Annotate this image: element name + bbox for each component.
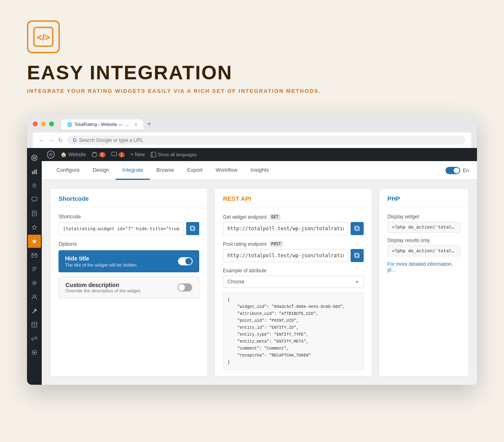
hide-title-toggle[interactable] (178, 257, 193, 265)
shortcode-input[interactable] (59, 222, 184, 235)
shortcode-panel-title: Shortcode (50, 188, 207, 207)
page-subtitle: INTEGRATE YOUR RATING WIDGETS EASILY VIA… (27, 88, 477, 94)
example-label: Example of attribute (223, 268, 364, 274)
close-button[interactable] (33, 121, 38, 126)
updates-count: 6 (99, 152, 106, 157)
hide-title-content: Hide title The title of the widget will … (65, 255, 137, 267)
svg-rect-6 (36, 169, 37, 174)
tab-insights[interactable]: Insights (244, 161, 275, 180)
tab-configure[interactable]: Configure (50, 161, 86, 180)
sidebar-icon-rocket[interactable] (28, 179, 41, 192)
sidebar: W (27, 148, 42, 385)
languages-label: Show all languages (158, 152, 197, 157)
copy-icon (354, 226, 360, 231)
wp-new-button[interactable]: + New (130, 152, 144, 157)
custom-desc-content: Custom description Override the descript… (65, 282, 141, 293)
tab-title: TotalRating ‹ Website — WordP... (74, 122, 130, 127)
sidebar-icon-table[interactable] (28, 318, 41, 331)
post-endpoint-label: Post rating endpoint POST (223, 241, 364, 247)
get-url-copy-button[interactable] (351, 222, 364, 235)
post-method-badge: POST (269, 241, 283, 247)
svg-rect-28 (151, 152, 156, 157)
wp-comments[interactable]: 1 (111, 152, 125, 157)
svg-text:</>: </> (37, 32, 50, 43)
maximize-button[interactable] (49, 121, 54, 126)
sidebar-icon-mail[interactable] (28, 249, 41, 262)
get-endpoint-row: Get widget endpoint GET (223, 214, 364, 235)
updates-icon (92, 152, 97, 157)
browser-chrome: 🌐 TotalRating ‹ Website — WordP... ✕ + ←… (27, 114, 477, 148)
sidebar-icon-settings[interactable] (28, 276, 41, 289)
sidebar-icon-play[interactable] (28, 346, 41, 359)
shortcode-label: Shortcode (59, 214, 199, 220)
minimize-button[interactable] (41, 121, 46, 126)
display-results-code: <?php do_action('totalrating/disp (387, 245, 460, 256)
logo-icon: </> (27, 20, 60, 53)
svg-rect-35 (355, 253, 358, 257)
wp-adminbar: W 🏠 Website 6 1 + New (42, 148, 477, 161)
browser-addressbar: ← → ↻ G Search Google or type a URL (33, 132, 471, 148)
sidebar-icon-feedback[interactable] (28, 221, 41, 234)
new-tab-button[interactable]: + (144, 119, 154, 129)
wp-languages[interactable]: Show all languages (151, 152, 197, 157)
post-url-input[interactable] (223, 249, 348, 262)
get-url-input[interactable] (223, 222, 348, 235)
options-label: Options (59, 241, 199, 247)
sidebar-icon-comments[interactable] (28, 193, 41, 206)
svg-rect-33 (355, 226, 358, 230)
choose-placeholder: Choose (227, 279, 244, 285)
wp-site-link[interactable]: 🏠 Website (61, 152, 86, 157)
forward-button[interactable]: → (48, 137, 54, 144)
svg-rect-9 (32, 211, 36, 216)
tab-design[interactable]: Design (86, 161, 115, 180)
sidebar-icon-rating[interactable] (28, 235, 41, 248)
sidebar-icon-tools[interactable] (28, 263, 41, 276)
sidebar-icon-link[interactable] (28, 332, 41, 345)
display-results-label: Display results only (387, 238, 460, 243)
sidebar-icon-user[interactable] (28, 290, 41, 303)
tab-workflow[interactable]: Workflow (209, 161, 244, 180)
refresh-button[interactable]: ↻ (58, 137, 63, 144)
back-button[interactable]: ← (38, 137, 44, 144)
tab-browse[interactable]: Browse (150, 161, 180, 180)
comments-count: 1 (119, 152, 125, 157)
tabs-bar: Configure Design Integrate Browse Export… (42, 161, 477, 180)
svg-point-16 (34, 282, 36, 284)
shortcode-copy-button[interactable] (186, 222, 199, 235)
svg-text:W: W (32, 156, 36, 160)
svg-rect-4 (32, 171, 33, 174)
post-url-copy-button[interactable] (351, 249, 364, 262)
code-sample: { "widget_uid": "89a3c5cf-966e-4e41-8c8b… (223, 293, 364, 370)
copy-icon (190, 226, 196, 231)
sidebar-icon-pages[interactable] (28, 207, 41, 220)
svg-point-7 (34, 185, 35, 186)
shortcode-panel-body: Shortcode Options Hide title (50, 207, 207, 305)
php-info-link[interactable]: For more detailed information, pl... (387, 261, 460, 273)
php-panel: PHP Display widget <?php do_action('tota… (379, 188, 469, 377)
browser-tabs: 🌐 TotalRating ‹ Website — WordP... ✕ + (61, 119, 471, 129)
custom-desc-toggle[interactable] (178, 283, 192, 292)
browser-tab-active[interactable]: 🌐 TotalRating ‹ Website — WordP... ✕ (61, 119, 143, 129)
sidebar-icon-analytics[interactable] (28, 165, 41, 178)
address-text: Search Google or type a URL (79, 137, 143, 143)
attribute-dropdown[interactable]: Choose ▼ (223, 276, 364, 288)
tab-integrate[interactable]: Integrate (116, 161, 150, 180)
php-panel-body: Display widget <?php do_action('totalrat… (379, 207, 468, 279)
copy-icon (354, 253, 360, 258)
app-layout: W (27, 148, 477, 385)
tab-close-icon[interactable]: ✕ (134, 122, 137, 127)
enable-toggle[interactable] (446, 167, 460, 174)
hide-title-desc: The title of the widget will be hidden. (65, 263, 137, 267)
sidebar-icon-wp[interactable]: W (28, 151, 41, 164)
tab-export[interactable]: Export (181, 161, 209, 180)
svg-rect-30 (191, 227, 195, 231)
address-bar[interactable]: G Search Google or type a URL (67, 136, 466, 145)
rest-api-panel-body: Get widget endpoint GET (215, 207, 372, 376)
svg-rect-27 (112, 152, 117, 156)
display-widget-code: <?php do_action('totalrating/disp (387, 222, 460, 233)
sidebar-icon-wrench[interactable] (28, 304, 41, 317)
browser-window: 🌐 TotalRating ‹ Website — WordP... ✕ + ←… (27, 114, 477, 385)
wp-updates[interactable]: 6 (92, 152, 106, 157)
google-icon: G (73, 137, 76, 143)
shortcode-input-group (59, 222, 199, 235)
